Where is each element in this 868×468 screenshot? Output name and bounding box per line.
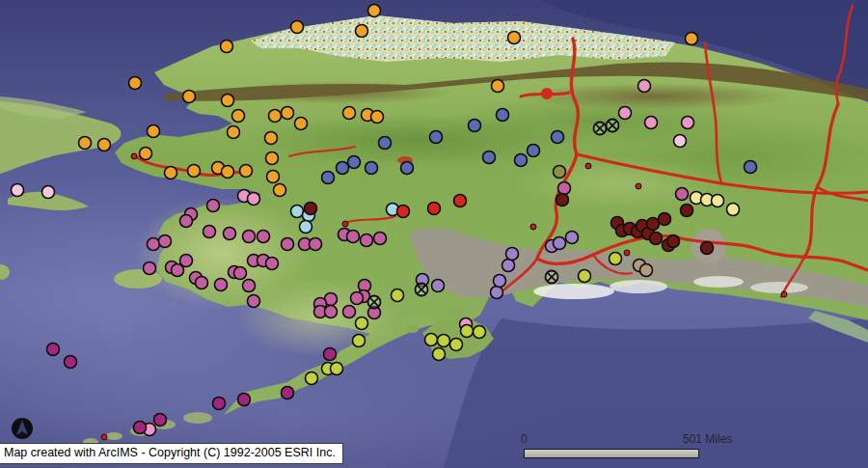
compass-north-arrow-icon [9, 415, 36, 442]
scale-bar-start-label: 0 [521, 432, 528, 446]
scale-bar [524, 449, 699, 458]
arcims-map-viewport[interactable]: 0 501 Miles Map created with ArcIMS - Co… [0, 0, 868, 468]
basemap-terrain [0, 0, 868, 468]
attribution-bar: Map created with ArcIMS - Copyright (C) … [0, 443, 343, 464]
scale-bar-end-label: 501 Miles [683, 432, 732, 446]
